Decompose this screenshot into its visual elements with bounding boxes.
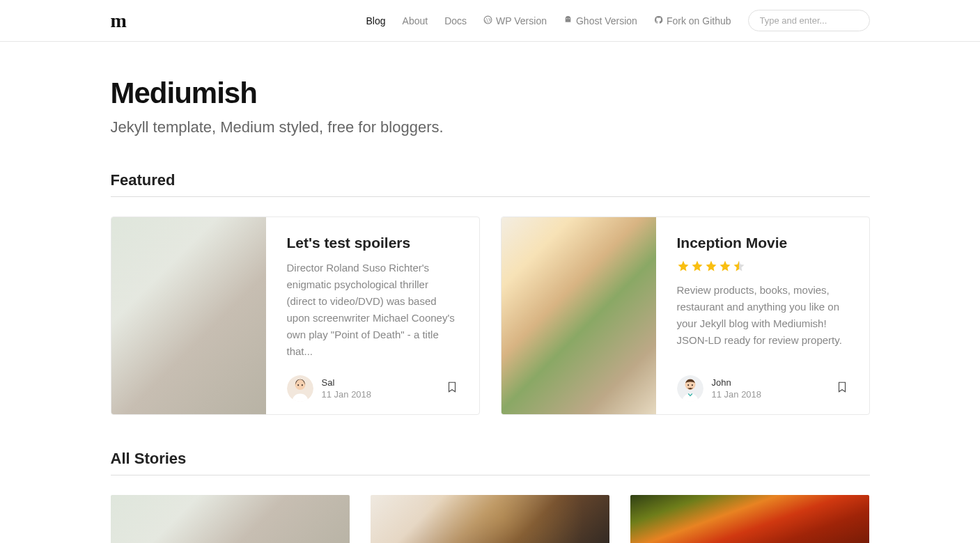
site-logo[interactable]: m: [111, 10, 127, 32]
all-stories-row: [111, 495, 870, 543]
story-card[interactable]: [630, 495, 869, 543]
svg-point-2: [295, 379, 305, 390]
nav-link-wp-version[interactable]: WP Version: [483, 15, 547, 26]
svg-point-4: [301, 384, 302, 386]
featured-card-title[interactable]: Let's test spoilers: [287, 235, 458, 251]
page-title: Mediumish: [111, 77, 870, 110]
section-title-featured: Featured: [111, 171, 870, 189]
featured-card-image: [501, 217, 656, 414]
svg-point-8: [691, 384, 692, 386]
svg-point-3: [297, 384, 299, 386]
search-input[interactable]: [748, 10, 870, 31]
story-card[interactable]: [111, 495, 350, 543]
post-date: 11 Jan 2018: [322, 389, 372, 400]
author-name[interactable]: John: [712, 377, 762, 388]
nav-link-about[interactable]: About: [403, 15, 428, 26]
avatar[interactable]: [287, 375, 313, 402]
featured-row: Let's test spoilers Director Roland Suso…: [111, 217, 870, 415]
featured-card[interactable]: Let's test spoilers Director Roland Suso…: [111, 217, 480, 415]
featured-card-footer: John 11 Jan 2018: [677, 365, 848, 402]
section-rule: [111, 196, 870, 197]
rating-stars: [677, 260, 848, 272]
featured-card-image: [111, 217, 266, 414]
nav-links: Blog About Docs WP Version Ghost Version…: [366, 10, 870, 31]
avatar[interactable]: [677, 375, 703, 402]
hero: Mediumish Jekyll template, Medium styled…: [111, 42, 870, 157]
top-nav: m Blog About Docs WP Version Ghost Versi…: [0, 0, 980, 42]
ghost-icon: [563, 15, 573, 26]
story-card[interactable]: [371, 495, 609, 543]
star-icon: [719, 260, 731, 272]
nav-link-label: Fork on Github: [667, 15, 731, 26]
featured-card-title[interactable]: Inception Movie: [677, 235, 848, 251]
nav-link-docs[interactable]: Docs: [444, 15, 467, 26]
nav-link-fork-github[interactable]: Fork on Github: [654, 15, 731, 26]
wordpress-icon: [483, 15, 492, 26]
nav-link-label: Ghost Version: [576, 15, 637, 26]
section-rule: [111, 475, 870, 475]
github-icon: [654, 15, 663, 26]
star-icon: [677, 260, 690, 272]
star-icon: [691, 260, 703, 272]
nav-link-blog[interactable]: Blog: [366, 15, 386, 26]
bookmark-icon[interactable]: [446, 379, 458, 398]
post-date: 11 Jan 2018: [712, 389, 762, 400]
featured-card[interactable]: Inception Movie Review products, books, …: [501, 217, 870, 415]
featured-card-footer: Sal 11 Jan 2018: [287, 365, 458, 402]
featured-card-excerpt: Review products, books, movies, restaura…: [677, 282, 848, 349]
nav-link-ghost-version[interactable]: Ghost Version: [563, 15, 637, 26]
section-title-all-stories: All Stories: [111, 450, 870, 468]
featured-card-excerpt: Director Roland Suso Richter's enigmatic…: [287, 260, 458, 360]
page-subtitle: Jekyll template, Medium styled, free for…: [111, 118, 870, 136]
nav-link-label: WP Version: [496, 15, 547, 26]
bookmark-icon[interactable]: [836, 379, 848, 398]
svg-point-7: [687, 384, 689, 386]
author-name[interactable]: Sal: [322, 377, 372, 388]
star-icon: [705, 260, 717, 272]
star-half-icon: [733, 260, 745, 272]
